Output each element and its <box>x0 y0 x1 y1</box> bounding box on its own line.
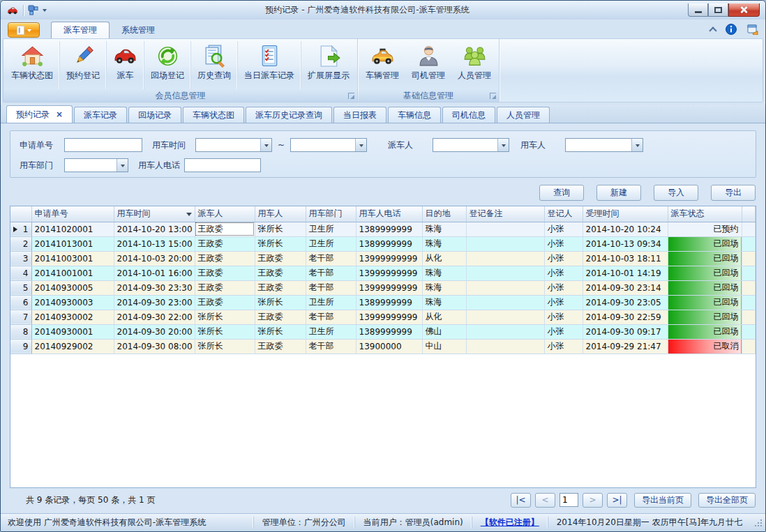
close-tab-icon[interactable]: × <box>56 110 63 119</box>
table-cell[interactable]: 2014-10-13 15:00 <box>114 236 195 251</box>
table-cell[interactable]: 2014-09-30 22:00 <box>114 310 195 324</box>
table-row[interactable]: 8201409300012014-09-30 20:00张所长张所长卫生所138… <box>10 324 756 339</box>
info-icon[interactable] <box>726 24 737 35</box>
table-cell[interactable]: 2014-09-29 21:47 <box>583 339 668 354</box>
table-cell[interactable]: 佛山 <box>422 324 466 339</box>
table-cell[interactable]: 2014-10-01 14:19 <box>583 266 668 280</box>
document-tab-司机信息[interactable]: 司机信息 <box>442 107 495 123</box>
table-cell[interactable]: 老干部 <box>306 251 356 266</box>
column-header-申请单号[interactable]: 申请单号 <box>31 206 114 222</box>
ribbon-button-派车[interactable]: 派车 <box>106 41 144 89</box>
row-indicator-cell[interactable]: 1 <box>10 222 31 236</box>
about-window-icon[interactable] <box>746 24 758 35</box>
table-cell[interactable]: 1389999999 <box>356 236 422 251</box>
sort-descending-icon[interactable] <box>186 213 192 219</box>
table-cell[interactable] <box>466 339 544 354</box>
prev-page-button[interactable]: < <box>535 493 555 508</box>
table-cell[interactable]: 张所长 <box>255 295 306 310</box>
table-cell[interactable]: 王政委 <box>195 251 255 266</box>
dispatch-status-cell[interactable]: 已取消 <box>668 339 742 354</box>
dispatch-status-cell[interactable]: 已回场 <box>668 251 742 266</box>
column-header-目的地[interactable]: 目的地 <box>422 206 466 222</box>
table-cell[interactable]: 王政委 <box>255 280 306 295</box>
table-cell[interactable]: 小张 <box>544 310 583 324</box>
table-cell[interactable]: 张所长 <box>195 339 255 354</box>
table-cell[interactable]: 中山 <box>422 339 466 354</box>
layout-icon[interactable] <box>28 5 38 15</box>
table-cell[interactable]: 卫生所 <box>306 324 356 339</box>
import-button[interactable]: 导入 <box>654 185 698 201</box>
table-cell[interactable]: 2014-09-30 23:00 <box>114 295 195 310</box>
export-button[interactable]: 导出 <box>711 185 756 201</box>
table-cell[interactable] <box>466 310 544 324</box>
table-cell[interactable]: 小张 <box>544 295 583 310</box>
table-row[interactable]: 6201409300032014-09-30 23:00王政委张所长卫生所138… <box>10 295 756 310</box>
document-tab-回场记录[interactable]: 回场记录 <box>128 107 181 123</box>
table-cell[interactable]: 小张 <box>544 339 583 354</box>
table-cell[interactable]: 王政委 <box>195 295 255 310</box>
table-cell[interactable]: 卫生所 <box>306 222 356 236</box>
maximize-button[interactable] <box>708 3 728 17</box>
row-indicator-cell[interactable]: 8 <box>10 324 31 339</box>
column-header-登记备注[interactable]: 登记备注 <box>466 206 544 222</box>
column-header-用车部门[interactable]: 用车部门 <box>306 206 356 222</box>
table-cell[interactable]: 小张 <box>544 324 583 339</box>
table-cell[interactable]: 珠海 <box>422 280 466 295</box>
license-link[interactable]: 【软件已注册】 <box>472 517 548 529</box>
ribbon-button-车辆状态图[interactable]: 车辆状态图 <box>5 41 59 89</box>
row-indicator-cell[interactable]: 6 <box>10 295 31 310</box>
row-indicator-cell[interactable]: 4 <box>10 266 31 280</box>
use-time-to-combo[interactable] <box>290 138 367 152</box>
dispatch-status-cell[interactable]: 已回场 <box>668 295 742 310</box>
row-indicator-cell[interactable]: 2 <box>10 236 31 251</box>
row-indicator-cell[interactable]: 9 <box>10 339 31 354</box>
table-cell[interactable]: 珠海 <box>422 236 466 251</box>
table-cell[interactable]: 2014-09-30 22:59 <box>583 310 668 324</box>
ribbon-button-人员管理[interactable]: 人员管理 <box>451 41 497 89</box>
table-cell[interactable]: 20141003001 <box>31 251 114 266</box>
table-row[interactable]: 9201409290022014-09-30 08:00张所长王政委老干部139… <box>10 339 756 354</box>
table-cell[interactable]: 张所长 <box>195 310 255 324</box>
table-cell[interactable]: 20140930002 <box>31 310 114 324</box>
row-indicator-cell[interactable]: 7 <box>10 310 31 324</box>
column-header-登记人[interactable]: 登记人 <box>544 206 583 222</box>
table-row[interactable]: 4201410010012014-10-01 16:00王政委王政委老干部139… <box>10 266 756 280</box>
table-cell[interactable]: 13900000 <box>356 339 422 354</box>
dispatch-status-cell[interactable]: 已回场 <box>668 236 742 251</box>
chevron-down-icon[interactable] <box>260 139 271 151</box>
column-header-用车人[interactable]: 用车人 <box>255 206 306 222</box>
table-cell[interactable]: 从化 <box>422 251 466 266</box>
ribbon-tab-系统管理[interactable]: 系统管理 <box>110 22 167 38</box>
table-cell[interactable]: 张所长 <box>255 324 306 339</box>
dialog-launcher-icon[interactable] <box>348 93 354 99</box>
column-header-受理时间[interactable]: 受理时间 <box>583 206 668 222</box>
table-cell[interactable]: 王政委 <box>255 310 306 324</box>
table-row[interactable]: 7201409300022014-09-30 22:00张所长王政委老干部139… <box>10 310 756 324</box>
ribbon-button-司机管理[interactable]: 司机管理 <box>405 41 451 89</box>
table-cell[interactable]: 1389999999 <box>356 324 422 339</box>
column-header-用车时间[interactable]: 用车时间 <box>114 206 195 222</box>
table-cell[interactable]: 20140930003 <box>31 295 114 310</box>
table-cell[interactable]: 王政委 <box>255 339 306 354</box>
close-button[interactable] <box>728 3 760 17</box>
table-cell[interactable]: 2014-09-30 23:30 <box>114 280 195 295</box>
chevron-down-icon[interactable] <box>631 139 643 151</box>
table-cell[interactable]: 2014-09-30 23:14 <box>583 280 668 295</box>
next-page-button[interactable]: > <box>583 493 603 508</box>
query-button[interactable]: 查询 <box>539 185 584 201</box>
last-page-button[interactable]: >| <box>607 493 627 508</box>
car-user-combo[interactable] <box>565 138 643 152</box>
document-tab-车辆信息[interactable]: 车辆信息 <box>388 107 441 123</box>
table-cell[interactable]: 王政委 <box>195 266 255 280</box>
table-cell[interactable]: 珠海 <box>422 266 466 280</box>
table-cell[interactable]: 珠海 <box>422 295 466 310</box>
ribbon-tab-派车管理[interactable]: 派车管理 <box>51 22 110 38</box>
ribbon-button-预约登记[interactable]: 预约登记 <box>59 41 106 89</box>
table-cell[interactable] <box>466 236 544 251</box>
document-tab-人员管理[interactable]: 人员管理 <box>497 107 550 123</box>
page-number-input[interactable] <box>560 493 578 507</box>
minimize-button[interactable] <box>688 3 708 17</box>
dispatch-status-cell[interactable]: 已回场 <box>668 324 742 339</box>
table-cell[interactable]: 20141013001 <box>31 236 114 251</box>
table-cell[interactable]: 20140930001 <box>31 324 114 339</box>
